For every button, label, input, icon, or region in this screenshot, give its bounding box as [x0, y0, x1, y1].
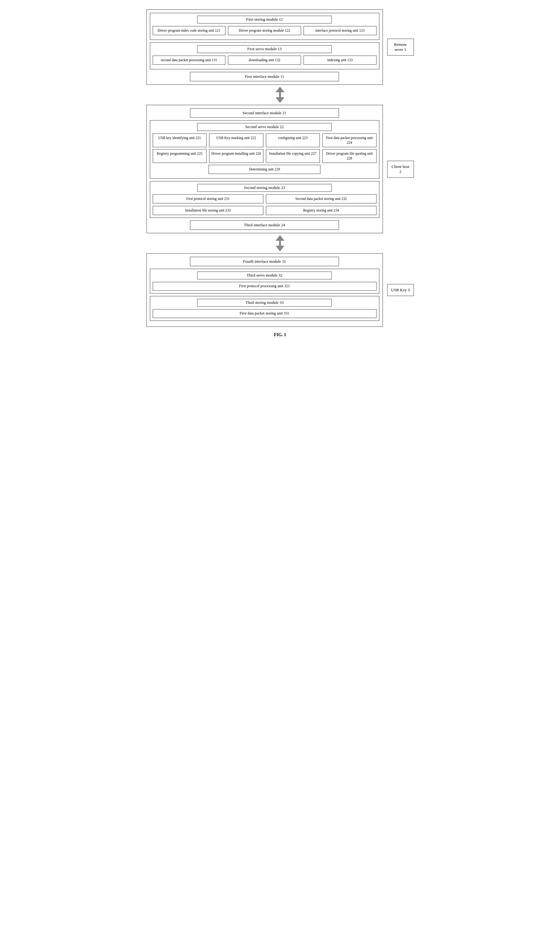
- unit-133: indexing unit 133: [303, 56, 377, 65]
- second-servo-module: Second servo module 22 USB key identifyi…: [150, 120, 379, 179]
- second-servo-row1: USB key identifying unit 221 USB Key mar…: [153, 133, 377, 147]
- arrow-shaft-2: [279, 241, 281, 246]
- usb-key-block: Fourth interface module 31 Third servo m…: [146, 253, 414, 326]
- second-interface-wrapper: Second interface module 21: [150, 108, 379, 118]
- second-servo-module-title: Second servo module 22: [197, 123, 331, 131]
- remote-server-main-box: First storing module 12 Driver program i…: [146, 9, 383, 85]
- unit-221: USB key identifying unit 221: [153, 133, 207, 147]
- arrow-up-2: [275, 235, 285, 241]
- arrow-down-2: [275, 246, 285, 252]
- arrow-up-1: [275, 86, 285, 92]
- first-servo-module-title: First servo module 13: [197, 45, 331, 53]
- fig-label: FIG. 1: [274, 332, 286, 337]
- third-interface-wrapper: Third interface module 24: [150, 220, 379, 230]
- unit-321: First protocol processing unit 321: [153, 282, 377, 291]
- unit-225: Registry programming unit 225: [153, 149, 207, 163]
- unit-331: First data packet storing unit 331: [153, 309, 377, 318]
- second-interface-module: Second interface module 21: [190, 108, 339, 118]
- first-storing-module-units: Driver program index code storing unit 1…: [153, 26, 377, 35]
- third-storing-module: Third storing module 33 First data packe…: [150, 296, 379, 321]
- arrow-2: [146, 235, 414, 252]
- arrow-shaft-1: [279, 92, 281, 97]
- unit-232: Second data packet storing unit 232: [266, 194, 377, 204]
- unit-132: downloading unit 132: [228, 56, 301, 65]
- unit-233: Installation file storing unit 233: [153, 206, 263, 215]
- unit-131: second data packet processing unit 131: [153, 56, 226, 65]
- third-interface-module: Third interface module 24: [190, 220, 339, 230]
- remote-server-label: Remote sever 1: [387, 39, 414, 56]
- usb-key-label: USB Key 3: [387, 284, 414, 296]
- determining-row: Determining unit 229: [153, 165, 377, 174]
- unit-222: USB Key marking unit 222: [209, 133, 263, 147]
- first-servo-module: First servo module 13 second data packet…: [150, 42, 379, 69]
- unit-223: configuring unit 223: [266, 133, 320, 147]
- unit-231: First protocol storing unit 231: [153, 194, 263, 204]
- first-storing-module: First storing module 12 Driver program i…: [150, 13, 379, 40]
- unit-226: Driver program installing unit 226: [209, 149, 263, 163]
- unit-122: Driver program storing module 122: [228, 26, 301, 35]
- unit-228: Driver program file quoting unit 228: [322, 149, 377, 163]
- diagram: First storing module 12 Driver program i…: [146, 9, 414, 337]
- unit-229: Determining unit 229: [209, 165, 320, 174]
- unit-234: Registry storing unit 234: [266, 206, 377, 215]
- usb-key-main-box: Fourth interface module 31 Third servo m…: [146, 253, 383, 326]
- second-storing-grid: First protocol storing unit 231 Second d…: [153, 194, 377, 215]
- unit-227: Installation file copying unit 227: [266, 149, 320, 163]
- double-arrow-1: [275, 86, 285, 103]
- first-interface-module-wrapper: First interface module 11: [150, 72, 379, 81]
- second-storing-module-title: Second storing module 23: [197, 184, 331, 192]
- second-servo-row2: Registry programming unit 225 Driver pro…: [153, 149, 377, 163]
- client-host-main-box: Second interface module 21 Second servo …: [146, 105, 383, 233]
- arrow-down-1: [275, 97, 285, 103]
- first-storing-module-title: First storing module 12: [197, 16, 331, 23]
- first-interface-module: First interface module 11: [190, 72, 339, 81]
- third-servo-module-title: Third servo module 32: [197, 272, 331, 279]
- unit-121: Driver program index code storing unit 1…: [153, 26, 226, 35]
- first-servo-module-units: second data packet processing unit 131 d…: [153, 56, 377, 65]
- fourth-interface-module: Fourth interface module 31: [190, 257, 339, 266]
- double-arrow-2: [275, 235, 285, 252]
- client-host-label: Client host 2: [387, 161, 414, 178]
- third-servo-module: Third servo module 32 First protocol pro…: [150, 269, 379, 293]
- client-host-block: Second interface module 21 Second servo …: [146, 105, 414, 233]
- arrow-1: [146, 86, 414, 103]
- second-storing-module: Second storing module 23 First protocol …: [150, 181, 379, 218]
- third-storing-module-title: Third storing module 33: [197, 299, 331, 307]
- unit-123: interface protocol storing unit 123: [303, 26, 377, 35]
- unit-224: First data packet processing unit 224: [322, 133, 377, 147]
- fourth-interface-wrapper: Fourth interface module 31: [150, 257, 379, 266]
- remote-server-block: First storing module 12 Driver program i…: [146, 9, 414, 85]
